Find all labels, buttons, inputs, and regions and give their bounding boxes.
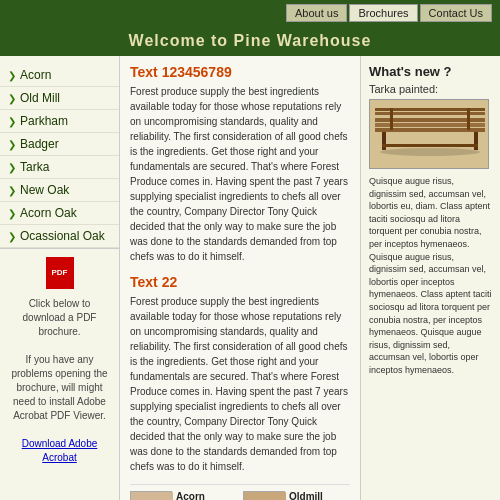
svg-rect-30 bbox=[382, 132, 386, 150]
svg-rect-0 bbox=[131, 492, 173, 500]
adobe-link[interactable]: Download Adobe Acrobat bbox=[22, 438, 98, 463]
product-info-acorn: Acorn Summary into the range more... bbox=[176, 491, 237, 500]
product-item-oldmill: Oldmill Summary into the range more... bbox=[243, 491, 350, 500]
arrow-icon: ❯ bbox=[8, 93, 16, 104]
svg-point-33 bbox=[380, 148, 480, 156]
product-info-oldmill: Oldmill Summary into the range more... bbox=[289, 491, 350, 500]
section1-text: Forest produce supply the best ingredien… bbox=[130, 84, 350, 264]
sidebar-item-label: Tarka bbox=[20, 160, 49, 174]
sidebar-item-acorn[interactable]: ❯ Acorn bbox=[0, 64, 119, 87]
site-header: Welcome to Pine Warehouse bbox=[0, 26, 500, 56]
sidebar-item-label: Old Mill bbox=[20, 91, 60, 105]
pdf-text: Click below to download a PDF brochure. bbox=[8, 297, 111, 339]
sidebar-item-label: Ocassional Oak bbox=[20, 229, 105, 243]
product-thumb-acorn bbox=[130, 491, 172, 500]
problem-text: If you have any problems opening the bro… bbox=[8, 353, 111, 423]
svg-rect-31 bbox=[474, 132, 478, 150]
sidebar-item-newoak[interactable]: ❯ New Oak bbox=[0, 179, 119, 202]
arrow-icon: ❯ bbox=[8, 116, 16, 127]
right-panel: What's new ? Tarka painted: bbox=[360, 56, 500, 500]
product-grid: Acorn Summary into the range more... bbox=[130, 484, 350, 500]
right-description: Quisque augue risus, dignissim sed, accu… bbox=[369, 175, 492, 377]
main-content: Text 123456789 Forest produce supply the… bbox=[120, 56, 360, 500]
sidebar-item-parkham[interactable]: ❯ Parkham bbox=[0, 110, 119, 133]
sidebar-item-label: Acorn bbox=[20, 68, 51, 82]
svg-rect-32 bbox=[382, 144, 478, 147]
arrow-icon: ❯ bbox=[8, 162, 16, 173]
sidebar-item-tarka[interactable]: ❯ Tarka bbox=[0, 156, 119, 179]
pdf-icon[interactable] bbox=[46, 257, 74, 289]
svg-rect-7 bbox=[244, 492, 286, 500]
arrow-icon: ❯ bbox=[8, 185, 16, 196]
arrow-icon: ❯ bbox=[8, 139, 16, 150]
sidebar-item-label: Parkham bbox=[20, 114, 68, 128]
contact-us-button[interactable]: Contact Us bbox=[420, 4, 492, 22]
arrow-icon: ❯ bbox=[8, 208, 16, 219]
product-thumb-oldmill bbox=[243, 491, 285, 500]
sidebar-item-label: Badger bbox=[20, 137, 59, 151]
section2-title: Text 22 bbox=[130, 274, 350, 290]
section1-title: Text 123456789 bbox=[130, 64, 350, 80]
sidebar: ❯ Acorn ❯ Old Mill ❯ Parkham ❯ Badger ❯ … bbox=[0, 56, 120, 500]
svg-rect-29 bbox=[467, 108, 470, 130]
top-nav: About us Brochures Contact Us bbox=[0, 0, 500, 26]
bench-image bbox=[369, 99, 489, 169]
main-layout: ❯ Acorn ❯ Old Mill ❯ Parkham ❯ Badger ❯ … bbox=[0, 56, 500, 500]
product-name-acorn: Acorn bbox=[176, 491, 237, 500]
site-title: Welcome to Pine Warehouse bbox=[129, 32, 372, 49]
svg-rect-28 bbox=[390, 108, 393, 130]
pdf-section: Click below to download a PDF brochure. … bbox=[0, 248, 119, 473]
brochures-button[interactable]: Brochures bbox=[349, 4, 417, 22]
sidebar-item-badger[interactable]: ❯ Badger bbox=[0, 133, 119, 156]
section2-text: Forest produce supply the best ingredien… bbox=[130, 294, 350, 474]
sidebar-item-oldmill[interactable]: ❯ Old Mill bbox=[0, 87, 119, 110]
tarka-label: Tarka painted: bbox=[369, 83, 492, 95]
sidebar-item-ocassionaloak[interactable]: ❯ Ocassional Oak bbox=[0, 225, 119, 248]
product-name-oldmill: Oldmill bbox=[289, 491, 350, 500]
arrow-icon: ❯ bbox=[8, 231, 16, 242]
about-us-button[interactable]: About us bbox=[286, 4, 347, 22]
arrow-icon: ❯ bbox=[8, 70, 16, 81]
sidebar-item-label: New Oak bbox=[20, 183, 69, 197]
whats-new-title: What's new ? bbox=[369, 64, 492, 79]
sidebar-item-acornoak[interactable]: ❯ Acorn Oak bbox=[0, 202, 119, 225]
product-item-acorn: Acorn Summary into the range more... bbox=[130, 491, 237, 500]
sidebar-item-label: Acorn Oak bbox=[20, 206, 77, 220]
